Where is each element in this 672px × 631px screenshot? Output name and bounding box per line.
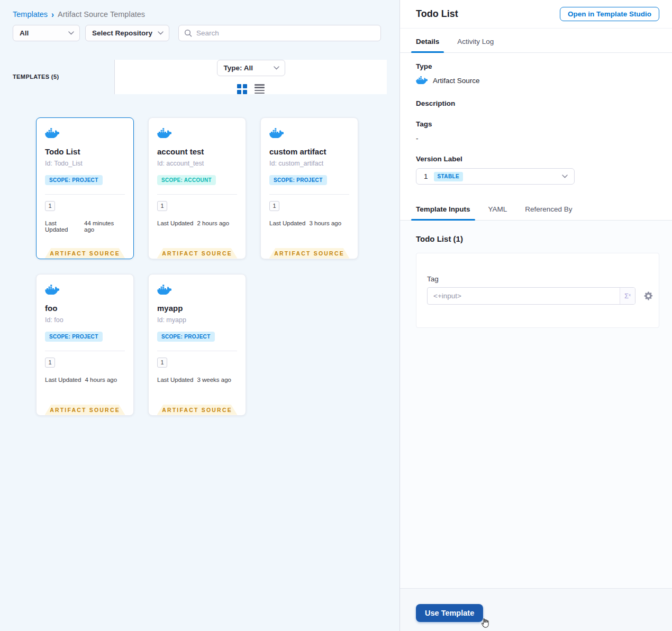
version-number: 1	[424, 172, 428, 180]
version-label: Version Label	[416, 155, 656, 163]
details-body: Type Artifact Source Description Tags - …	[400, 53, 672, 197]
last-updated-value: 2 hours ago	[197, 220, 229, 226]
inputs-card: Tag Σx	[416, 253, 659, 328]
divider	[157, 194, 237, 195]
tab-referenced-by[interactable]: Referenced By	[525, 205, 572, 214]
docker-icon	[157, 287, 171, 296]
type-label: Type	[416, 62, 656, 70]
gear-icon[interactable]	[643, 291, 653, 301]
version-select-dropdown[interactable]: 1 STABLE	[416, 168, 575, 185]
templates-count-label: TEMPLATES (5)	[13, 74, 59, 80]
description-label: Description	[416, 99, 656, 107]
chevron-down-icon	[158, 31, 164, 35]
version-count-box: 1	[45, 201, 55, 211]
tab-yaml[interactable]: YAML	[488, 205, 507, 214]
details-tabs: Details Activity Log	[400, 29, 672, 53]
chevron-down-icon	[562, 175, 568, 178]
breadcrumb-chevron-icon: ›	[51, 9, 54, 19]
chevron-down-icon	[68, 31, 74, 35]
list-view-icon[interactable]	[255, 84, 265, 94]
template-id: Id: Todo_List	[45, 160, 125, 167]
divider	[157, 351, 237, 351]
template-id: Id: custom_artifact	[269, 160, 349, 167]
tab-details[interactable]: Details	[416, 38, 439, 46]
template-card-custom-artifact[interactable]: custom artifact Id: custom_artifact SCOP…	[260, 117, 358, 259]
panel-title: Todo List	[416, 8, 458, 20]
template-details-panel: Todo List Open in Template Studio Detail…	[399, 0, 672, 631]
last-updated-value: 44 minutes ago	[84, 220, 125, 233]
breadcrumb-templates-link[interactable]: Templates	[13, 10, 48, 19]
last-updated-value: 3 weeks ago	[197, 377, 231, 383]
inputs-heading: Todo List (1)	[416, 234, 659, 243]
open-in-template-studio-button[interactable]: Open in Template Studio	[560, 7, 659, 21]
type-filter-dropdown[interactable]: Type: All	[217, 60, 285, 76]
scope-badge: SCOPE: ACCOUNT	[157, 175, 216, 185]
artifact-source-ribbon: ARTIFACT SOURCE	[269, 248, 350, 259]
template-name: custom artifact	[269, 147, 349, 156]
artifact-source-ribbon: ARTIFACT SOURCE	[45, 405, 125, 415]
docker-icon	[45, 131, 59, 140]
tag-field-label: Tag	[427, 275, 653, 283]
template-name: myapp	[157, 304, 237, 313]
last-updated-label: Last Updated	[157, 377, 193, 383]
view-toggle	[237, 84, 265, 94]
docker-icon	[45, 287, 59, 296]
artifact-source-ribbon: ARTIFACT SOURCE	[157, 405, 238, 415]
scope-filter-value: All	[20, 29, 29, 37]
details-footer: Use Template	[400, 588, 672, 631]
breadcrumb: Templates › Artifact Source Templates	[13, 10, 387, 19]
scope-filter-dropdown[interactable]: All	[13, 25, 80, 41]
search-box[interactable]	[178, 25, 381, 41]
template-id: Id: account_test	[157, 160, 237, 167]
tag-input-group: Σx	[427, 287, 635, 305]
app-root: Templates › Artifact Source Templates Al…	[0, 0, 672, 631]
last-updated-label: Last Updated	[269, 220, 305, 226]
chevron-down-icon	[274, 66, 279, 70]
templates-list-header: TEMPLATES (5) Type: All	[13, 60, 387, 94]
docker-icon	[416, 76, 428, 86]
version-count-box: 1	[269, 201, 279, 211]
divider	[269, 194, 349, 195]
scope-badge: SCOPE: PROJECT	[45, 175, 103, 185]
template-card-todo-list[interactable]: Todo List Id: Todo_List SCOPE: PROJECT 1…	[36, 117, 134, 259]
template-card-foo[interactable]: foo Id: foo SCOPE: PROJECT 1 Last Update…	[36, 274, 134, 416]
template-inputs-content: Todo List (1) Tag Σx	[400, 221, 672, 588]
divider	[45, 194, 125, 195]
expression-sigma-button[interactable]: Σx	[620, 288, 635, 304]
template-cards-grid: Todo List Id: Todo_List SCOPE: PROJECT 1…	[36, 117, 387, 416]
template-id: Id: foo	[45, 316, 125, 324]
grid-view-icon[interactable]	[237, 84, 247, 94]
artifact-source-ribbon: ARTIFACT SOURCE	[45, 248, 125, 259]
divider	[45, 351, 125, 351]
use-template-button[interactable]: Use Template	[416, 604, 483, 622]
tab-activity-log[interactable]: Activity Log	[457, 38, 494, 46]
templates-list-panel: Templates › Artifact Source Templates Al…	[0, 0, 399, 631]
last-updated-value: 4 hours ago	[85, 377, 117, 383]
template-name: account test	[157, 147, 237, 156]
tab-template-inputs[interactable]: Template Inputs	[416, 205, 470, 214]
inputs-tabs: Template Inputs YAML Referenced By	[400, 197, 672, 221]
search-icon	[184, 29, 192, 37]
template-card-myapp[interactable]: myapp Id: myapp SCOPE: PROJECT 1 Last Up…	[148, 274, 246, 416]
version-count-box: 1	[157, 358, 167, 368]
template-card-account-test[interactable]: account test Id: account_test SCOPE: ACC…	[148, 117, 246, 259]
type-value: Artifact Source	[433, 77, 480, 85]
version-count-box: 1	[45, 358, 55, 368]
scope-badge: SCOPE: PROJECT	[45, 332, 103, 342]
scope-badge: SCOPE: PROJECT	[269, 175, 327, 185]
template-name: Todo List	[45, 147, 125, 156]
last-updated-label: Last Updated	[45, 220, 80, 233]
scope-badge: SCOPE: PROJECT	[157, 332, 215, 342]
search-input[interactable]	[196, 29, 375, 37]
details-header: Todo List Open in Template Studio	[400, 0, 672, 29]
tags-value: -	[416, 134, 656, 142]
docker-icon	[157, 131, 171, 140]
template-id: Id: myapp	[157, 316, 237, 324]
tags-label: Tags	[416, 120, 656, 128]
type-filter-value: Type: All	[224, 64, 253, 72]
template-name: foo	[45, 304, 125, 313]
repository-filter-dropdown[interactable]: Select Repository	[85, 25, 169, 41]
tag-input[interactable]	[428, 288, 620, 304]
last-updated-label: Last Updated	[157, 220, 193, 226]
stable-badge: STABLE	[434, 172, 464, 181]
